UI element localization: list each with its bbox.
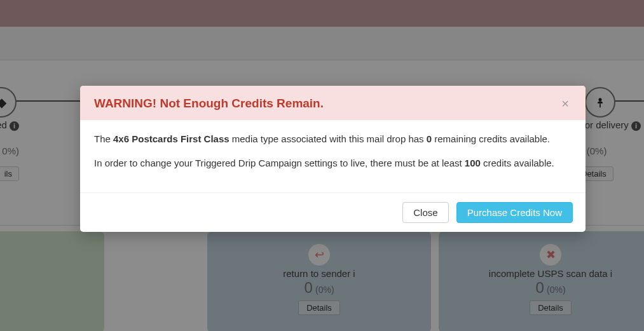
modal-body: The 4x6 Postcards First Class media type… (80, 120, 586, 193)
close-icon[interactable]: × (559, 96, 572, 111)
modal-paragraph-1: The 4x6 Postcards First Class media type… (94, 132, 572, 147)
modal-header: WARNING! Not Enough Credits Remain. × (80, 86, 586, 120)
modal-title: WARNING! Not Enough Credits Remain. (94, 97, 324, 111)
purchase-credits-button[interactable]: Purchase Credits Now (456, 202, 573, 223)
modal-footer: Close Purchase Credits Now (80, 193, 586, 232)
close-button[interactable]: Close (402, 202, 448, 223)
warning-modal: WARNING! Not Enough Credits Remain. × Th… (80, 86, 586, 232)
modal-paragraph-2: In order to change your Triggered Drip C… (94, 156, 572, 171)
